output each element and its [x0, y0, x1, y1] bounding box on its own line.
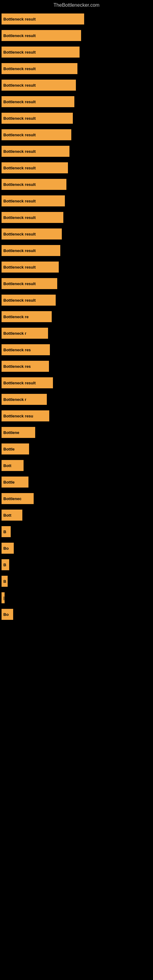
- bar-row: Bottleneck result: [0, 212, 153, 223]
- bar-18: Bottleneck re: [2, 311, 52, 322]
- bar-36: Bo: [2, 609, 13, 620]
- bar-label-10: Bottleneck result: [3, 182, 35, 187]
- bar-row: Bottleneck result: [0, 113, 153, 124]
- bar-label-27: Bott: [3, 463, 11, 468]
- bar-row: Bo: [0, 542, 153, 554]
- bar-label-13: Bottleneck result: [3, 232, 35, 236]
- bar-0: Bottleneck result: [2, 13, 84, 24]
- bar-label-36: Bo: [3, 612, 9, 617]
- bar-label-32: Bo: [3, 546, 9, 550]
- bar-row: Bottleneck result: [0, 46, 153, 57]
- bar-row: Bottleneck result: [0, 129, 153, 140]
- bar-label-8: Bottleneck result: [3, 149, 35, 154]
- bar-20: Bottleneck res: [2, 344, 50, 355]
- bar-29: Bottlenec: [2, 493, 33, 504]
- bar-10: Bottleneck result: [2, 179, 66, 190]
- bar-row: Bottleneck r: [0, 394, 153, 405]
- bar-6: Bottleneck result: [2, 113, 73, 124]
- bar-row: Bottleneck result: [0, 146, 153, 157]
- bar-row: Bottleneck result: [0, 245, 153, 256]
- bar-1: Bottleneck result: [2, 30, 81, 41]
- bar-row: Bottlene: [0, 427, 153, 438]
- bar-row: Bottleneck result: [0, 80, 153, 91]
- bar-row: B: [0, 576, 153, 587]
- bar-row: B: [0, 526, 153, 537]
- bar-label-9: Bottleneck result: [3, 166, 35, 170]
- bar-label-18: Bottleneck re: [3, 315, 29, 319]
- bar-label-25: Bottlene: [3, 430, 19, 435]
- bar-label-26: Bottle: [3, 447, 15, 452]
- bar-21: Bottleneck res: [2, 361, 49, 372]
- bar-row: Bott: [0, 510, 153, 520]
- bar-label-14: Bottleneck result: [3, 248, 35, 253]
- bar-row: Bottleneck result: [0, 179, 153, 190]
- bar-row: Bottleneck result: [0, 278, 153, 289]
- bar-23: Bottleneck r: [2, 394, 47, 405]
- bar-4: Bottleneck result: [2, 80, 76, 91]
- bar-35: |: [2, 592, 5, 603]
- bar-row: Bottleneck result: [0, 162, 153, 173]
- bar-2: Bottleneck result: [2, 46, 80, 57]
- site-title: TheBottlenecker.com: [0, 0, 153, 10]
- bar-9: Bottleneck result: [2, 162, 68, 173]
- bar-label-11: Bottleneck result: [3, 199, 35, 204]
- bar-row: Bottle: [0, 477, 153, 488]
- bar-row: B: [0, 559, 153, 570]
- bar-label-5: Bottleneck result: [3, 100, 35, 104]
- bar-row: Bottleneck result: [0, 294, 153, 305]
- bar-row: Bo: [0, 609, 153, 620]
- bar-label-15: Bottleneck result: [3, 265, 35, 269]
- bar-5: Bottleneck result: [2, 96, 74, 107]
- bar-34: B: [2, 576, 8, 587]
- bar-row: Bottleneck result: [0, 63, 153, 74]
- bar-label-3: Bottleneck result: [3, 67, 35, 71]
- bar-8: Bottleneck result: [2, 146, 70, 157]
- bar-row: Bottleneck result: [0, 196, 153, 207]
- bar-label-33: B: [3, 563, 6, 567]
- bar-24: Bottleneck resu: [2, 410, 49, 422]
- bar-label-2: Bottleneck result: [3, 50, 35, 54]
- bar-row: Bottleneck result: [0, 30, 153, 41]
- bar-label-1: Bottleneck result: [3, 33, 35, 38]
- bar-label-6: Bottleneck result: [3, 116, 35, 121]
- bar-3: Bottleneck result: [2, 63, 77, 74]
- bar-label-0: Bottleneck result: [3, 17, 35, 21]
- bar-label-34: B: [3, 579, 6, 584]
- bar-row: Bottle: [0, 444, 153, 455]
- bar-33: B: [2, 559, 9, 570]
- bar-label-21: Bottleneck res: [3, 364, 31, 369]
- bar-row: Bottleneck res: [0, 344, 153, 355]
- bar-label-20: Bottleneck res: [3, 348, 31, 352]
- bar-13: Bottleneck result: [2, 229, 62, 240]
- bars-container: Bottleneck resultBottleneck resultBottle…: [0, 10, 153, 628]
- bar-row: Bottleneck res: [0, 361, 153, 372]
- bar-label-16: Bottleneck result: [3, 282, 35, 286]
- bar-label-12: Bottleneck result: [3, 215, 35, 220]
- bar-label-28: Bottle: [3, 480, 15, 485]
- bar-19: Bottleneck r: [2, 328, 48, 339]
- bar-7: Bottleneck result: [2, 129, 71, 140]
- bar-27: Bott: [2, 460, 24, 471]
- bar-row: Bottleneck result: [0, 96, 153, 107]
- bar-label-4: Bottleneck result: [3, 83, 35, 88]
- bar-label-29: Bottlenec: [3, 496, 21, 501]
- bar-26: Bottle: [2, 444, 29, 455]
- bar-22: Bottleneck result: [2, 377, 53, 388]
- bar-32: Bo: [2, 542, 14, 554]
- bar-label-7: Bottleneck result: [3, 133, 35, 137]
- bar-label-23: Bottleneck r: [3, 397, 26, 402]
- bar-31: B: [2, 526, 11, 537]
- bar-row: Bottleneck resu: [0, 410, 153, 422]
- bar-row: Bottleneck re: [0, 311, 153, 322]
- bar-row: Bottleneck result: [0, 261, 153, 272]
- bar-label-19: Bottleneck r: [3, 331, 26, 336]
- bar-17: Bottleneck result: [2, 294, 56, 305]
- bar-row: Bottleneck r: [0, 328, 153, 339]
- bar-row: |: [0, 592, 153, 603]
- bar-label-35: |: [3, 596, 5, 600]
- bar-30: Bott: [2, 510, 22, 520]
- bar-25: Bottlene: [2, 427, 35, 438]
- bar-12: Bottleneck result: [2, 212, 63, 223]
- bar-row: Bottleneck result: [0, 377, 153, 388]
- bar-label-30: Bott: [3, 513, 11, 517]
